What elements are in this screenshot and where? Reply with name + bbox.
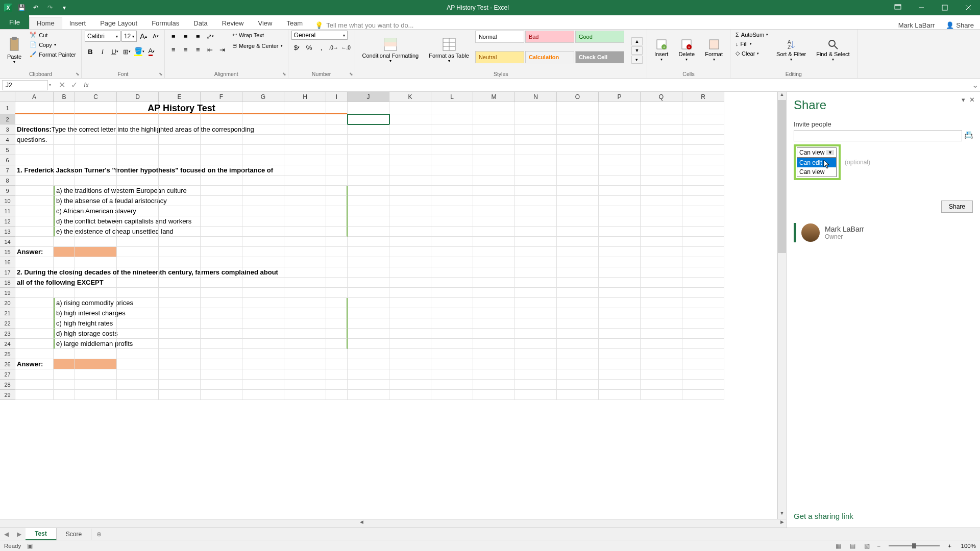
cell-H24[interactable] <box>284 339 326 349</box>
cell-styles-gallery[interactable]: Normal Bad Good Neutral Calculation Chec… <box>475 31 628 70</box>
cell-C13[interactable] <box>75 227 117 237</box>
cell-K20[interactable] <box>389 298 431 308</box>
cell-L14[interactable] <box>431 237 473 247</box>
row-header-23[interactable]: 23 <box>0 329 15 339</box>
fx-icon[interactable]: fx <box>81 80 92 90</box>
cell-G29[interactable] <box>242 390 284 400</box>
cell-R24[interactable] <box>682 339 724 349</box>
cell-F10[interactable] <box>201 196 242 206</box>
cell-O26[interactable] <box>557 359 599 369</box>
cell-J14[interactable] <box>348 237 389 247</box>
cell-F29[interactable] <box>201 390 242 400</box>
cell-N27[interactable] <box>515 369 557 380</box>
cell-N29[interactable] <box>515 390 557 400</box>
cell-C23[interactable] <box>75 329 117 339</box>
cell-I19[interactable] <box>326 288 348 298</box>
cell-L7[interactable] <box>431 165 473 176</box>
save-icon[interactable]: 💾 <box>16 3 27 13</box>
cell-R4[interactable] <box>682 135 724 145</box>
cell-D28[interactable] <box>117 380 159 390</box>
cell-D4[interactable] <box>117 135 159 145</box>
cell-M22[interactable] <box>473 318 515 329</box>
cell-L3[interactable] <box>431 124 473 135</box>
cell-D25[interactable] <box>117 349 159 359</box>
cell-H15[interactable] <box>284 247 326 257</box>
align-top-icon[interactable]: ≡ <box>168 31 179 42</box>
cell-O11[interactable] <box>557 206 599 216</box>
cell-F22[interactable] <box>201 318 242 329</box>
cell-D12[interactable] <box>117 216 159 227</box>
cell-R27[interactable] <box>682 369 724 380</box>
sheet-tab-score[interactable]: Score <box>57 529 91 540</box>
bold-icon[interactable]: B <box>85 46 96 57</box>
cell-H10[interactable] <box>284 196 326 206</box>
permission-select[interactable]: Can view ▼ <box>797 147 837 158</box>
cell-H20[interactable] <box>284 298 326 308</box>
cell-K27[interactable] <box>389 369 431 380</box>
cell-D24[interactable] <box>117 339 159 349</box>
cell-P17[interactable] <box>599 267 641 278</box>
cell-C22[interactable] <box>75 318 117 329</box>
cell-L10[interactable] <box>431 196 473 206</box>
cell-F3[interactable] <box>201 124 242 135</box>
col-header-O[interactable]: O <box>557 92 599 102</box>
cell-M13[interactable] <box>473 227 515 237</box>
cell-E5[interactable] <box>159 145 201 155</box>
cell-P27[interactable] <box>599 369 641 380</box>
scroll-thumb[interactable] <box>778 100 786 253</box>
cell-B23[interactable]: d) high storage costs <box>54 329 75 339</box>
cell-G15[interactable] <box>242 247 284 257</box>
cell-O9[interactable] <box>557 186 599 196</box>
cell-L21[interactable] <box>431 308 473 318</box>
tab-view[interactable]: View <box>251 17 279 29</box>
cell-G9[interactable] <box>242 186 284 196</box>
view-normal-icon[interactable]: ▦ <box>832 541 845 550</box>
fill-button[interactable]: ↓Fill▾ <box>733 40 770 48</box>
cell-G10[interactable] <box>242 196 284 206</box>
cell-R7[interactable] <box>682 165 724 176</box>
cell-P10[interactable] <box>599 196 641 206</box>
cell-N25[interactable] <box>515 349 557 359</box>
cell-J23[interactable] <box>348 329 389 339</box>
cell-D26[interactable] <box>117 359 159 369</box>
cell-C3[interactable] <box>75 124 117 135</box>
cell-O8[interactable] <box>557 176 599 186</box>
cell-M25[interactable] <box>473 349 515 359</box>
cell-F6[interactable] <box>201 155 242 165</box>
cell-C26[interactable] <box>75 359 117 369</box>
cell-N12[interactable] <box>515 216 557 227</box>
cell-P7[interactable] <box>599 165 641 176</box>
pane-close-icon[interactable]: ✕ <box>969 96 975 104</box>
currency-icon[interactable]: $▾ <box>291 42 303 53</box>
style-neutral[interactable]: Neutral <box>475 51 524 63</box>
cell-O14[interactable] <box>557 237 599 247</box>
cell-G23[interactable] <box>242 329 284 339</box>
cell-M26[interactable] <box>473 359 515 369</box>
cell-A8[interactable] <box>15 176 54 186</box>
col-header-H[interactable]: H <box>284 92 326 102</box>
cell-O27[interactable] <box>557 369 599 380</box>
cell-J21[interactable] <box>348 308 389 318</box>
cell-P2[interactable] <box>599 114 641 124</box>
cell-Q10[interactable] <box>641 196 682 206</box>
cell-A14[interactable] <box>15 237 54 247</box>
increase-indent-icon[interactable]: ⇥ <box>217 44 228 55</box>
row-header-17[interactable]: 17 <box>0 267 15 278</box>
cell-H28[interactable] <box>284 380 326 390</box>
cell-N6[interactable] <box>515 155 557 165</box>
cell-D6[interactable] <box>117 155 159 165</box>
qat-customize-icon[interactable]: ▾ <box>59 3 69 13</box>
col-header-G[interactable]: G <box>242 92 284 102</box>
cell-B26[interactable] <box>54 359 75 369</box>
cell-L28[interactable] <box>431 380 473 390</box>
cell-grid[interactable]: Directions: Type the correct letter into… <box>15 102 724 400</box>
cell-N9[interactable] <box>515 186 557 196</box>
cell-B7[interactable] <box>54 165 75 176</box>
cell-A25[interactable] <box>15 349 54 359</box>
sort-filter-button[interactable]: AZSort & Filter▾ <box>772 31 810 70</box>
cancel-formula-icon[interactable]: ✕ <box>56 80 67 90</box>
cut-button[interactable]: ✂️Cut <box>28 31 78 39</box>
cell-P21[interactable] <box>599 308 641 318</box>
col-header-D[interactable]: D <box>117 92 159 102</box>
cell-L17[interactable] <box>431 267 473 278</box>
